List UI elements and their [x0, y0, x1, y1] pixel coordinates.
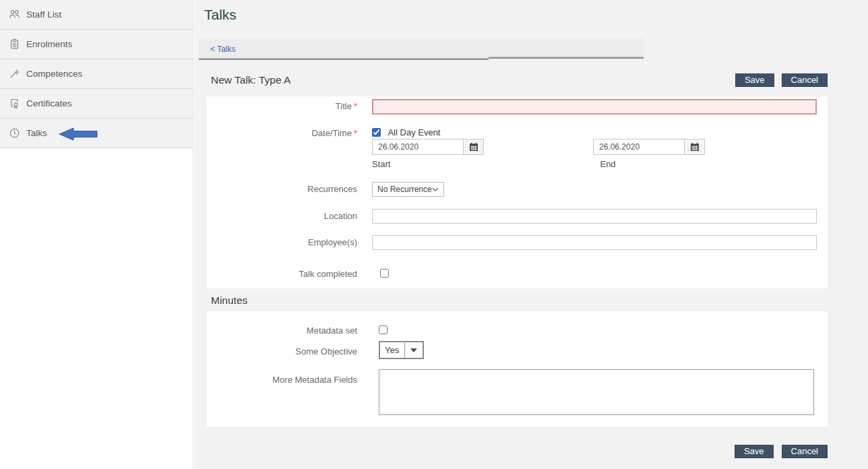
sidebar-item-label: Certificates: [26, 98, 72, 108]
tab-underline: [199, 58, 489, 60]
start-caption: Start: [372, 159, 390, 169]
all-day-event-checkbox[interactable]: [372, 128, 381, 137]
app-window: Staff List Enrolments: [0, 0, 868, 469]
footer-actions: Save Cancel: [207, 445, 828, 458]
location-input[interactable]: [372, 209, 817, 224]
sidebar-item-label: Talks: [26, 128, 47, 138]
save-button-bottom[interactable]: Save: [735, 445, 774, 458]
minutes-section-title: Minutes: [211, 294, 247, 307]
some-objective-selected-value: Yes: [379, 341, 406, 359]
minutes-form-panel: Metadata set Some Objective Yes: [207, 311, 828, 427]
chevron-down-icon: [432, 187, 439, 191]
left-arrow-annotation-icon: [59, 127, 98, 144]
title-label: Title*: [207, 99, 357, 115]
end-date-input[interactable]: [593, 139, 685, 155]
talk-completed-checkbox[interactable]: [380, 269, 389, 278]
location-label: Location: [207, 209, 357, 224]
sidebar-item-label: Enrolments: [26, 39, 72, 49]
calendar-icon: [690, 142, 700, 152]
title-input[interactable]: [372, 99, 817, 115]
sidebar-item-label: Staff List: [26, 9, 61, 20]
end-date-group: [593, 139, 705, 155]
recurrences-label: Recurrences: [207, 182, 357, 197]
metadata-set-label: Metadata set: [207, 323, 357, 336]
employees-input[interactable]: [372, 235, 817, 250]
some-objective-label: Some Objective: [207, 341, 357, 359]
datetime-label: Date/Time*: [207, 126, 357, 169]
sidebar-item-label: Competences: [26, 69, 82, 79]
tab-underline: [489, 57, 644, 59]
clipboard-icon: [9, 38, 20, 50]
triangle-down-icon: [410, 348, 417, 352]
certificate-icon: [9, 98, 20, 109]
form-header: New Talk: Type A Save Cancel: [207, 71, 828, 89]
employees-label: Employee(s): [207, 235, 357, 250]
recurrences-select[interactable]: No Recurrence: [372, 182, 444, 197]
some-objective-select[interactable]: Yes: [379, 341, 828, 359]
sidebar-item-staff-list[interactable]: Staff List: [0, 0, 193, 30]
some-objective-dropdown-button[interactable]: [404, 341, 424, 359]
form-title: New Talk: Type A: [211, 74, 290, 86]
sidebar: Staff List Enrolments: [0, 0, 193, 469]
talk-form-panel: Title* Date/Time* All Day Event: [207, 96, 828, 288]
end-caption: End: [600, 159, 615, 169]
sidebar-item-competences[interactable]: Competences: [0, 59, 193, 89]
required-mark: *: [354, 128, 357, 138]
cancel-button[interactable]: Cancel: [782, 73, 828, 87]
all-day-event-label: All Day Event: [388, 127, 440, 137]
clock-icon: [9, 127, 20, 139]
sidebar-item-certificates[interactable]: Certificates: [0, 89, 193, 119]
talk-completed-label: Talk completed: [207, 267, 357, 279]
save-button[interactable]: Save: [735, 73, 774, 87]
start-date-group: [372, 139, 484, 155]
end-date-calendar-button[interactable]: [685, 139, 705, 155]
main-content: Talks < Talks New Talk: Type A Save Canc…: [194, 0, 868, 469]
more-metadata-fields-label: More Metadata Fields: [207, 369, 357, 418]
calendar-icon: [469, 142, 478, 152]
more-metadata-fields-textarea[interactable]: [379, 369, 814, 415]
sidebar-item-enrolments[interactable]: Enrolments: [0, 30, 193, 59]
people-icon: [9, 9, 20, 20]
sidebar-item-talks[interactable]: Talks: [0, 119, 193, 148]
recurrences-selected-value: No Recurrence: [377, 185, 432, 194]
wand-icon: [9, 68, 20, 80]
required-mark: *: [354, 101, 357, 111]
start-date-calendar-button[interactable]: [464, 139, 484, 155]
metadata-set-checkbox[interactable]: [379, 325, 388, 334]
back-link[interactable]: < Talks: [210, 44, 235, 54]
cancel-button-bottom[interactable]: Cancel: [782, 445, 828, 458]
start-date-input[interactable]: [372, 139, 464, 155]
page-title: Talks: [204, 7, 237, 23]
